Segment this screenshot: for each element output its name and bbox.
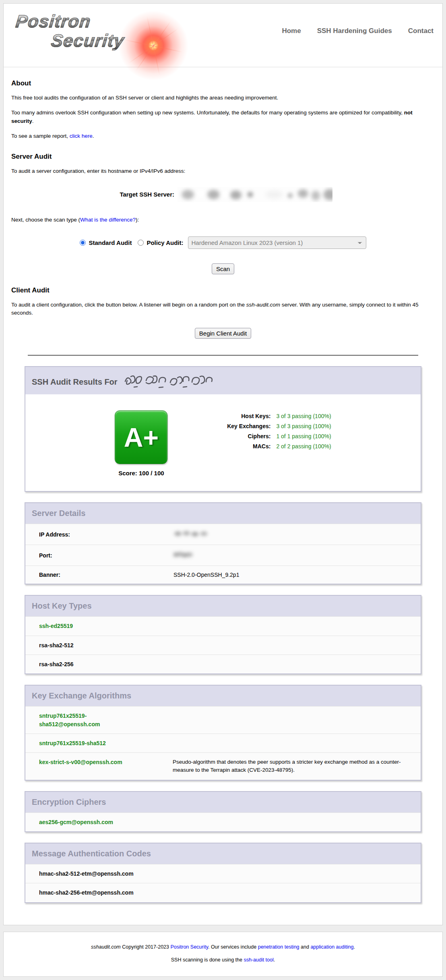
grade-panel: A+ Score: 100 / 100 Host Keys: 3 of 3 pa… (25, 394, 421, 491)
table-row: Port: (25, 545, 421, 566)
algorithm-name: rsa-sha2-512 (39, 641, 140, 649)
logo-text-line2: Security (50, 32, 125, 50)
main-nav: Home SSH Hardening Guides Contact (282, 27, 434, 35)
table-row: sntrup761x25519-sha512 (25, 733, 421, 752)
table-row: hmac-sha2-512-etm@openssh.com (25, 864, 421, 883)
begin-client-audit-button[interactable]: Begin Client Audit (195, 328, 251, 339)
grade-badge: A+ (115, 410, 167, 464)
footer-text: . Our services include (208, 944, 258, 950)
stats-list: Host Keys: 3 of 3 passing (100%) Key Exc… (190, 413, 331, 477)
scan-button[interactable]: Scan (212, 263, 234, 274)
positron-security-logo[interactable]: Positron Security (16, 12, 189, 61)
algorithm-note (173, 712, 411, 728)
target-server-row: Target SSH Server: (11, 187, 435, 202)
stat-value: 3 of 3 passing (100%) (276, 423, 331, 429)
standard-audit-radio[interactable] (80, 240, 86, 246)
client-audit-text: To audit a client configuration, click t… (11, 302, 246, 308)
host-key-types-box: Host Key Types ssh-ed25519 rsa-sha2-512 … (25, 595, 421, 674)
policy-select[interactable]: Hardened Amazon Linux 2023 (version 1) (188, 236, 366, 249)
table-row: hmac-sha2-256-etm@openssh.com (25, 883, 421, 902)
algorithm-name: ssh-ed25519 (39, 622, 140, 630)
footer-text: and (299, 944, 311, 950)
table-row: Banner: SSH-2.0-OpenSSH_9.2p1 (25, 566, 421, 584)
stat-row-key-exchanges: Key Exchanges: 3 of 3 passing (100%) (190, 423, 331, 429)
scan-type-paragraph: Next, choose the scan type (What is the … (11, 216, 435, 224)
macs-title: Message Authentication Codes (25, 843, 421, 864)
table-row: rsa-sha2-512 (25, 636, 421, 655)
scan-type-end: ): (136, 217, 139, 223)
starburst-flare-icon (117, 9, 190, 82)
server-audit-heading: Server Audit (11, 153, 435, 161)
about-paragraph-1: This free tool audits the configuration … (11, 94, 435, 102)
algorithm-name: rsa-sha2-256 (39, 660, 140, 668)
footer-text: Copyright 2017-2023 (121, 944, 171, 950)
algorithm-note: Pseudo-algorithm that denotes the peer s… (173, 758, 411, 775)
scan-type-radio-row: Standard Audit Policy Audit: Hardened Am… (11, 236, 435, 249)
logo-text-line1: Positron (15, 12, 92, 30)
about-paragraph-2: Too many admins overlook SSH configurati… (11, 109, 435, 126)
scan-type-difference-link[interactable]: What is the difference? (80, 217, 136, 223)
key-exchange-algorithms-box: Key Exchange Algorithms sntrup761x25519-… (25, 685, 421, 780)
about-p2-end: . (32, 118, 34, 124)
server-audit-intro: To audit a server configuration, enter i… (11, 167, 435, 176)
message-authentication-codes-box: Message Authentication Codes hmac-sha2-5… (25, 843, 421, 903)
table-row: rsa-sha2-256 (25, 655, 421, 673)
ssh-audit-results-box: SSH Audit Results For A+ Score: 100 / 10… (25, 366, 421, 492)
nav-link-ssh-hardening-guides[interactable]: SSH Hardening Guides (317, 27, 392, 35)
footer-line-2: SSH scanning is done using the ssh-audit… (8, 957, 438, 963)
footer-link-application-auditing[interactable]: application auditing (310, 944, 353, 950)
banner-value: SSH-2.0-OpenSSH_9.2p1 (173, 572, 413, 578)
site-footer: sshaudit.com Copyright 2017-2023 Positro… (3, 932, 443, 977)
stat-label: Key Exchanges: (190, 423, 270, 429)
footer-text: SSH scanning is done using the (171, 957, 244, 963)
target-ssh-server-input[interactable] (178, 187, 332, 202)
results-title-text: SSH Audit Results For (32, 377, 118, 386)
nav-link-contact[interactable]: Contact (408, 27, 434, 35)
about-heading: About (11, 79, 435, 87)
redacted-hostname-blur (178, 187, 332, 202)
site-header: Positron Security Home SSH Hardening Gui… (4, 4, 442, 67)
port-label: Port: (39, 552, 173, 559)
results-divider (28, 355, 418, 356)
table-row: IP Address: (25, 524, 421, 545)
redacted-hostname-scribble (123, 373, 213, 389)
footer-link-ssh-audit-tool[interactable]: ssh-audit tool (244, 957, 273, 963)
footer-link-positron-security[interactable]: Positron Security (170, 944, 208, 950)
stat-row-ciphers: Ciphers: 1 of 1 passing (100%) (190, 433, 331, 439)
footer-link-penetration-testing[interactable]: penetration testing (258, 944, 299, 950)
stat-value: 2 of 2 passing (100%) (276, 443, 331, 450)
stat-label: Host Keys: (190, 413, 270, 419)
sample-report-end: . (93, 133, 94, 139)
stat-label: MACs: (190, 443, 270, 450)
policy-audit-label[interactable]: Policy Audit: (147, 239, 183, 246)
banner-label: Banner: (39, 572, 173, 578)
table-row: sntrup761x25519-sha512@openssh.com (25, 706, 421, 733)
standard-audit-label[interactable]: Standard Audit (89, 239, 132, 246)
table-row: kex-strict-s-v00@openssh.com Pseudo-algo… (25, 752, 421, 780)
stat-value: 1 of 1 passing (100%) (276, 433, 331, 439)
algorithm-name: sntrup761x25519-sha512 (39, 739, 140, 747)
grade-letter: A+ (124, 422, 159, 453)
sample-report-text: To see a sample report, (11, 133, 70, 139)
algorithm-name: sntrup761x25519-sha512@openssh.com (39, 712, 140, 728)
client-audit-domain: ssh-audit.com (246, 302, 280, 308)
sample-report-link[interactable]: click here (70, 133, 93, 139)
algorithm-note (173, 739, 411, 747)
redacted-port-value (173, 550, 193, 559)
ip-address-label: IP Address: (39, 531, 173, 538)
nav-link-home[interactable]: Home (282, 27, 301, 35)
server-details-box: Server Details IP Address: Port: Banner:… (25, 502, 421, 584)
client-audit-paragraph: To audit a client configuration, click t… (11, 301, 435, 318)
target-ssh-server-label: Target SSH Server: (11, 191, 178, 198)
stat-label: Ciphers: (190, 433, 270, 439)
policy-audit-radio[interactable] (138, 240, 144, 246)
footer-line-1: sshaudit.com Copyright 2017-2023 Positro… (8, 944, 438, 950)
sample-report-paragraph: To see a sample report, click here. (11, 132, 435, 141)
algorithm-name: hmac-sha2-512-etm@openssh.com (39, 870, 140, 878)
host-key-types-title: Host Key Types (25, 596, 421, 616)
algorithm-name: hmac-sha2-256-etm@openssh.com (39, 889, 140, 897)
footer-domain: sshaudit.com (91, 944, 121, 950)
algorithm-name: aes256-gcm@openssh.com (39, 818, 140, 826)
algorithm-name: kex-strict-s-v00@openssh.com (39, 758, 140, 775)
main-content-panel: Positron Security Home SSH Hardening Gui… (3, 3, 443, 925)
